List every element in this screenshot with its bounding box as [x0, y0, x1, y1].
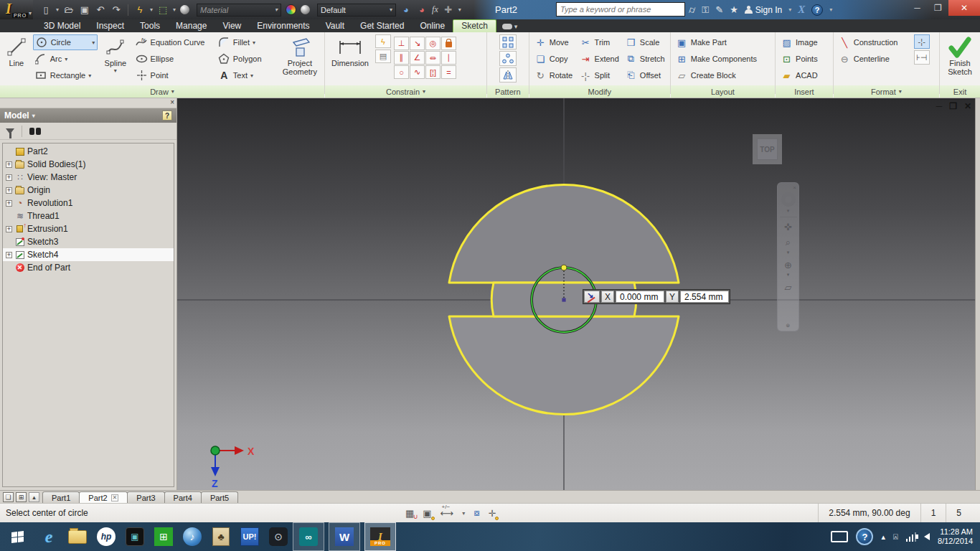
orbit-icon[interactable]: ⊕ [784, 260, 792, 270]
extend-button[interactable]: ⇥Extend [578, 51, 621, 67]
acad-button[interactable]: ▰ACAD [778, 67, 820, 83]
concentric-constraint-icon[interactable]: ◎ [425, 37, 440, 50]
navbar-close-icon[interactable]: × [793, 184, 796, 191]
doc-minimize-icon[interactable]: ─ [936, 101, 943, 111]
network-signal-icon[interactable] [906, 532, 917, 542]
parameters-fx-icon[interactable]: fx [432, 4, 438, 15]
tab-manage[interactable]: Manage [168, 20, 215, 32]
tree-item-part[interactable]: Part2 [3, 145, 174, 158]
centerline-button[interactable]: ⊖Centerline [837, 51, 911, 67]
tab-tools[interactable]: Tools [132, 20, 168, 32]
ribbon-display-options[interactable]: ▾ [502, 23, 518, 32]
panel-label-format[interactable]: Format▾ [834, 85, 939, 98]
fillet-button[interactable]: Fillet▾ [216, 34, 275, 50]
new-file-icon[interactable]: ▯ [40, 4, 52, 15]
touch-keyboard-icon[interactable] [831, 531, 848, 542]
viewcube[interactable]: TOP [753, 134, 782, 164]
auto-dimension-icon[interactable]: ϟ [375, 34, 391, 48]
offset-button[interactable]: ⎗Offset [623, 67, 667, 83]
spline-button[interactable]: Spline ▾ [100, 34, 130, 74]
help-icon[interactable]: ? [811, 4, 823, 16]
rectangle-dropdown-icon[interactable]: ▾ [88, 72, 91, 79]
viewcube-top-face[interactable]: TOP [757, 138, 778, 160]
color-wheel-icon[interactable] [286, 4, 296, 15]
taskbar-itunes[interactable]: ♪ [178, 522, 207, 551]
browser-grab-bar[interactable]: × [0, 98, 176, 108]
taskbar-steam[interactable]: ⊙ [264, 522, 293, 551]
finish-sketch-button[interactable]: Finish Sketch [943, 34, 977, 76]
browser-header[interactable]: Model ▾ ? [0, 108, 176, 123]
tree-item-revolution[interactable]: + ◔ Revolution1 [3, 197, 174, 209]
doc-close-icon[interactable]: ✕ [964, 101, 971, 111]
circle-dropdown-icon[interactable]: ▾ [92, 39, 95, 46]
cascade-windows-icon[interactable]: ❏ [3, 492, 14, 502]
x-coordinate-value[interactable]: 0.000 mm [616, 291, 664, 303]
chevron-down-icon[interactable]: ▾ [787, 208, 790, 214]
doc-restore-icon[interactable]: ❐ [949, 101, 957, 111]
panel-label-insert[interactable]: Insert [776, 85, 833, 98]
look-at-icon[interactable]: ▱ [785, 282, 792, 293]
find-binoculars-icon[interactable] [29, 128, 41, 135]
circular-pattern-icon[interactable] [499, 51, 517, 66]
close-button[interactable]: ✕ [948, 0, 980, 16]
search-binoculars-icon[interactable]: ⌭ [689, 4, 695, 16]
minimize-button[interactable]: ─ [907, 0, 928, 16]
text-button[interactable]: A Text▾ [216, 67, 275, 83]
graphics-canvas[interactable]: X Z ─ ❐ ✕ TOP × ▾ ✜ ⌕ ▾ ⊕ ▾ ▱ ⊜ [177, 98, 980, 490]
taskbar-photos[interactable]: ♣ [207, 522, 235, 551]
circle-center-point[interactable] [562, 298, 565, 301]
center-point-toggle[interactable]: -¦- [914, 34, 930, 49]
undo-icon[interactable]: ↶ [95, 4, 106, 15]
expand-plus-icon[interactable]: + [6, 161, 12, 168]
material-combo[interactable]: Material▾ [197, 4, 281, 17]
fix-constraint-icon[interactable] [441, 37, 456, 50]
collinear-constraint-icon[interactable]: ↘ [410, 37, 425, 50]
polygon-button[interactable]: Polygon [216, 51, 275, 67]
tab-get-started[interactable]: Get Started [352, 20, 412, 32]
horizontal-constraint-icon[interactable]: ⏛ [425, 51, 440, 65]
tree-item-solid-bodies[interactable]: + Solid Bodies(1) [3, 158, 174, 171]
doc-tab-part5[interactable]: Part5 [201, 491, 238, 503]
update-icon[interactable]: ϟ [134, 4, 146, 15]
dimension-display-icon[interactable]: ⟷+/− [440, 508, 454, 519]
mirror-icon[interactable] [499, 67, 517, 83]
point-button[interactable]: Point [133, 67, 213, 83]
appearance-combo[interactable]: Default▾ [317, 4, 396, 17]
tab-online[interactable]: Online [412, 20, 453, 32]
filter-icon[interactable] [6, 128, 14, 134]
open-icon[interactable]: 🗁 [63, 4, 75, 15]
expand-plus-icon[interactable]: + [6, 174, 12, 181]
save-icon[interactable]: ▣ [79, 4, 90, 15]
coincident-constraint-icon[interactable]: ⊥ [394, 37, 409, 50]
circle-button[interactable]: Circle▾ [33, 34, 98, 50]
parallel-constraint-icon[interactable]: ∥ [394, 51, 409, 65]
rectangular-pattern-icon[interactable] [499, 34, 517, 50]
tab-vault[interactable]: Vault [318, 20, 352, 32]
adjust-appearance-icon[interactable]: ◕ [400, 4, 412, 15]
symmetric-constraint-icon[interactable]: [¦] [425, 65, 440, 79]
subscription-key-icon[interactable]: ⚿ [702, 4, 709, 16]
tray-help-icon[interactable]: ? [856, 528, 873, 545]
restore-button[interactable]: ❐ [928, 0, 948, 16]
tree-item-thread[interactable]: ≋ Thread1 [3, 209, 174, 222]
perpendicular-constraint-icon[interactable]: ∠ [410, 51, 425, 65]
fillet-dropdown-icon[interactable]: ▾ [253, 39, 255, 46]
pan-hand-icon[interactable]: ✜ [784, 222, 792, 232]
selection-preview-icon[interactable]: ▣ [423, 508, 431, 519]
points-button[interactable]: ⊡Points [778, 51, 820, 67]
scale-button[interactable]: ❒Scale [623, 34, 667, 50]
arc-button[interactable]: Arc▾ [33, 51, 98, 67]
expand-plus-icon[interactable]: + [6, 187, 12, 194]
taskbar-explorer[interactable] [63, 522, 92, 551]
browser-help-icon[interactable]: ? [162, 110, 172, 121]
zoom-magnifier-icon[interactable]: ⌕ [786, 237, 791, 248]
start-button[interactable] [0, 522, 34, 551]
tangent-constraint-icon[interactable]: ○ [394, 65, 409, 79]
image-button[interactable]: ▨Image [778, 34, 820, 50]
spline-dropdown-icon[interactable]: ▾ [114, 67, 117, 74]
vertical-constraint-icon[interactable]: ∣ [441, 51, 456, 65]
make-components-button[interactable]: ⊞Make Components [674, 51, 759, 67]
y-coordinate-value[interactable]: 2.554 mm [680, 291, 729, 303]
redo-icon[interactable]: ↷ [110, 4, 122, 15]
equal-constraint-icon[interactable]: = [441, 65, 456, 79]
